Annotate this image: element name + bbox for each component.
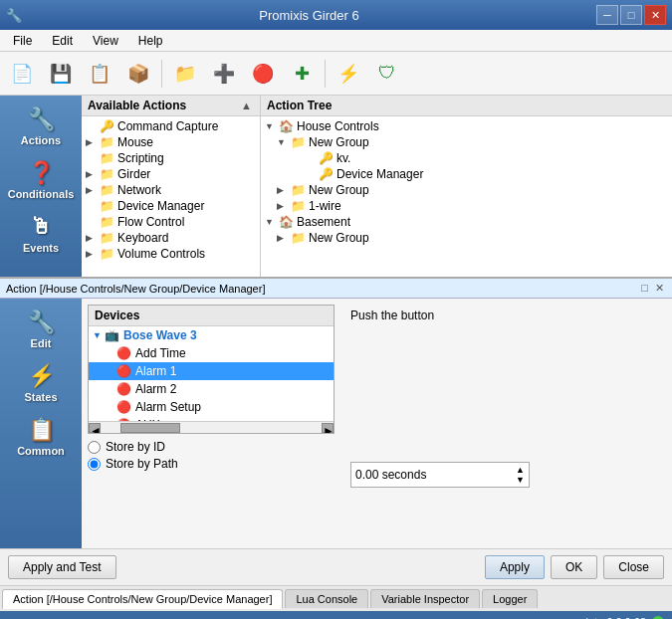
available-actions-panel: Available Actions ▲ 🔑 Command Capture ▶ … [82, 96, 261, 277]
tree-new-group-1[interactable]: ▼ 📁 New Group [263, 134, 670, 150]
device-manager-label: Device Manager [117, 199, 204, 213]
arrow: ▶ [86, 169, 100, 179]
store-options: Store by ID Store by Path [88, 440, 335, 471]
delay-input[interactable]: 0.00 seconds ▲ ▼ [350, 462, 530, 488]
delay-up[interactable]: ▲ [516, 465, 525, 475]
open-folder-button[interactable]: 📁 [167, 57, 203, 91]
tree-house-controls[interactable]: ▼ 🏠 House Controls [263, 118, 670, 134]
sidebar-item-conditionals[interactable]: ❓ Conditionals [5, 154, 77, 206]
tree-basement[interactable]: ▼ 🏠 Basement [263, 214, 670, 230]
alarm-1-icon: 🔴 [116, 364, 131, 378]
store-by-path-label: Store by Path [106, 457, 178, 471]
record-button[interactable]: 🔴 [245, 57, 281, 91]
volume-label: Volume Controls [117, 247, 205, 261]
tree-new-group-3[interactable]: ▶ 📁 New Group [263, 230, 670, 246]
store-by-id-row[interactable]: Store by ID [88, 440, 335, 454]
sidebar-item-common[interactable]: 📋 Common [5, 411, 77, 463]
scripting-folder-icon: 📁 [100, 151, 114, 165]
status-bar: pluto 6.0.0.68 [0, 611, 672, 619]
bose-label: Bose Wave 3 [123, 328, 197, 342]
alarm-2-label: Alarm 2 [135, 382, 176, 396]
run-button[interactable]: ⚡ [331, 57, 366, 91]
states-label: States [24, 391, 57, 403]
tree-new-group-2[interactable]: ▶ 📁 New Group [263, 182, 670, 198]
tab-logger[interactable]: Logger [482, 589, 538, 608]
menu-view[interactable]: View [84, 31, 127, 51]
delay-row: 0.00 seconds ▲ ▼ [350, 462, 662, 488]
apply-button[interactable]: Apply [485, 555, 545, 579]
menu-file[interactable]: File [4, 31, 41, 51]
menu-help[interactable]: Help [129, 31, 172, 51]
action-section-restore[interactable]: □ [639, 282, 650, 294]
devices-scroll[interactable]: ▼ 📺 Bose Wave 3 🔴 Add Time 🔴 Alarm 1 🔴 [89, 326, 334, 421]
tab-variable-inspector[interactable]: Variable Inspector [370, 589, 480, 608]
bose-arrow: ▼ [93, 330, 105, 340]
sidebar-item-states[interactable]: ⚡ States [5, 357, 77, 409]
close-button[interactable]: ✕ [644, 5, 666, 25]
delay-spinner[interactable]: ▲ ▼ [516, 465, 525, 485]
tree-kv[interactable]: 🔑 kv. [263, 150, 670, 166]
minimize-button[interactable]: ─ [596, 5, 618, 25]
shield-button[interactable]: 🛡 [369, 57, 405, 91]
device-alarm-setup[interactable]: 🔴 Alarm Setup [89, 398, 334, 416]
action-keyboard[interactable]: ▶ 📁 Keyboard [84, 230, 258, 246]
package-button[interactable]: 📦 [120, 57, 156, 91]
ok-button[interactable]: OK [551, 555, 597, 579]
tab-lua-console[interactable]: Lua Console [285, 589, 368, 608]
store-by-path-radio[interactable] [88, 458, 101, 471]
new-button[interactable]: 📄 [4, 57, 40, 91]
action-command-capture[interactable]: 🔑 Command Capture [84, 118, 258, 134]
action-girder[interactable]: ▶ 📁 Girder [84, 166, 258, 182]
sidebar-item-actions[interactable]: 🔧 Actions [5, 101, 77, 152]
close-button-action[interactable]: Close [603, 555, 664, 579]
store-by-id-radio[interactable] [88, 441, 101, 454]
tree-device-manager[interactable]: 🔑 Device Manager [263, 166, 670, 182]
arrow: ▼ [265, 217, 279, 227]
add-button[interactable]: ➕ [206, 57, 242, 91]
arrow: ▼ [265, 121, 279, 131]
devices-header: Devices [89, 306, 334, 326]
action-device-manager[interactable]: 📁 Device Manager [84, 198, 258, 214]
network-folder-icon: 📁 [100, 183, 114, 197]
basement-icon: 🏠 [279, 215, 294, 229]
available-actions-scroll-up[interactable]: ▲ [239, 100, 254, 111]
actions-scroll[interactable]: 🔑 Command Capture ▶ 📁 Mouse 📁 Scripting … [82, 116, 260, 277]
keyboard-label: Keyboard [117, 231, 168, 245]
tree-1-wire[interactable]: ▶ 📁 1-wire [263, 198, 670, 214]
1-wire-label: 1-wire [309, 199, 341, 213]
delay-down[interactable]: ▼ [516, 475, 525, 485]
arrow: ▶ [86, 249, 100, 259]
new-group-3-label: New Group [309, 231, 369, 245]
device-alarm-1[interactable]: 🔴 Alarm 1 [89, 362, 334, 380]
action-scripting[interactable]: 📁 Scripting [84, 150, 258, 166]
h-scroll-thumb[interactable] [120, 423, 180, 433]
add-action-button[interactable]: ✚ [284, 57, 320, 91]
sidebar-item-edit[interactable]: 🔧 Edit [5, 304, 77, 355]
device-alarm-2[interactable]: 🔴 Alarm 2 [89, 380, 334, 398]
maximize-button[interactable]: □ [620, 5, 642, 25]
h-scroll-left[interactable]: ◄ [89, 423, 101, 433]
action-flow-control[interactable]: 📁 Flow Control [84, 214, 258, 230]
action-tree-panel: Action Tree ▼ 🏠 House Controls ▼ 📁 New G… [261, 96, 672, 277]
device-add-time[interactable]: 🔴 Add Time [89, 344, 334, 362]
scripting-label: Scripting [117, 151, 164, 165]
action-mouse[interactable]: ▶ 📁 Mouse [84, 134, 258, 150]
sidebar-item-events[interactable]: 🖱 Events [5, 208, 77, 260]
store-by-path-row[interactable]: Store by Path [88, 457, 335, 471]
flow-control-folder-icon: 📁 [100, 215, 114, 229]
horizontal-scrollbar[interactable]: ◄ ► [89, 421, 334, 433]
apply-and-test-button[interactable]: Apply and Test [8, 555, 116, 579]
menu-edit[interactable]: Edit [43, 31, 82, 51]
tab-bar: Action [/House Controls/New Group/Device… [0, 585, 672, 611]
tab-action[interactable]: Action [/House Controls/New Group/Device… [2, 589, 283, 609]
clipboard-button[interactable]: 📋 [82, 57, 117, 91]
states-icon: ⚡ [28, 363, 55, 389]
h-scroll-right[interactable]: ► [322, 423, 334, 433]
device-bose-wave[interactable]: ▼ 📺 Bose Wave 3 [89, 326, 334, 344]
action-tree-scroll[interactable]: ▼ 🏠 House Controls ▼ 📁 New Group 🔑 kv. 🔑… [261, 116, 672, 277]
save-button[interactable]: 💾 [43, 57, 79, 91]
action-network[interactable]: ▶ 📁 Network [84, 182, 258, 198]
action-volume-controls[interactable]: ▶ 📁 Volume Controls [84, 246, 258, 262]
1-wire-icon: 📁 [291, 199, 306, 213]
action-section-close[interactable]: ✕ [653, 282, 666, 295]
